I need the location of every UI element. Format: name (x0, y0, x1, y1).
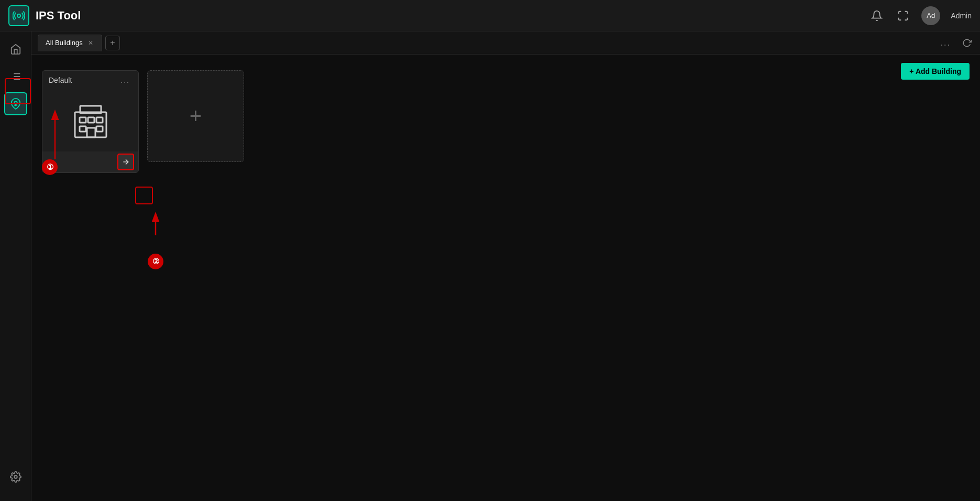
tabs-refresh-button[interactable] (960, 36, 974, 50)
card-menu-button[interactable]: ... (118, 76, 132, 84)
svg-rect-14 (88, 117, 94, 123)
tabs-bar: All Buildings ✕ + ... (31, 31, 980, 55)
svg-rect-17 (96, 126, 103, 132)
svg-rect-13 (80, 117, 86, 123)
avatar[interactable]: Ad (921, 6, 940, 25)
svg-rect-18 (87, 128, 95, 137)
sidebar-bottom (4, 465, 27, 495)
page-content: + Add Building Default ... (31, 55, 980, 501)
svg-rect-11 (75, 112, 106, 137)
bell-button[interactable] (869, 8, 885, 24)
tab-add-button[interactable]: + (105, 36, 120, 50)
building-card-default[interactable]: Default ... (42, 70, 139, 173)
add-new-building-card[interactable]: + (147, 70, 244, 162)
svg-point-0 (17, 14, 20, 17)
card-title: Default (49, 76, 72, 84)
card-header: Default ... (42, 71, 138, 89)
add-card-icon: + (190, 104, 202, 128)
add-building-button[interactable]: + Add Building (901, 63, 970, 80)
svg-rect-15 (96, 117, 103, 123)
tab-label: All Buildings (46, 39, 83, 47)
tabs-right: ... (937, 36, 974, 50)
sidebar-item-list[interactable] (4, 65, 27, 88)
topbar-left: IPS Tool (8, 5, 81, 26)
sidebar-item-home[interactable] (4, 38, 27, 61)
tabs-more-button[interactable]: ... (937, 36, 955, 50)
card-icon-area (42, 89, 138, 151)
topbar: IPS Tool Ad Admin (0, 0, 980, 31)
building-icon (67, 96, 114, 144)
svg-point-10 (14, 475, 17, 478)
svg-rect-16 (80, 126, 86, 132)
topbar-right: Ad Admin (869, 6, 972, 25)
annotation-circle-2: ② (148, 254, 163, 269)
tab-close-button[interactable]: ✕ (87, 40, 94, 46)
sidebar-item-buildings[interactable] (4, 92, 27, 115)
cards-container: Default ... (42, 70, 970, 173)
svg-point-7 (14, 101, 17, 104)
maximize-button[interactable] (895, 8, 911, 24)
content-area: All Buildings ✕ + ... + Add Building (31, 31, 980, 501)
card-footer (42, 151, 138, 172)
main-layout: All Buildings ✕ + ... + Add Building (0, 31, 980, 501)
sidebar-item-settings[interactable] (4, 465, 27, 488)
tab-all-buildings[interactable]: All Buildings ✕ (38, 35, 102, 51)
sidebar (0, 31, 31, 501)
card-action-button[interactable] (117, 154, 134, 170)
user-label: Admin (951, 12, 972, 20)
app-title: IPS Tool (36, 9, 81, 23)
app-logo-icon (8, 5, 29, 26)
